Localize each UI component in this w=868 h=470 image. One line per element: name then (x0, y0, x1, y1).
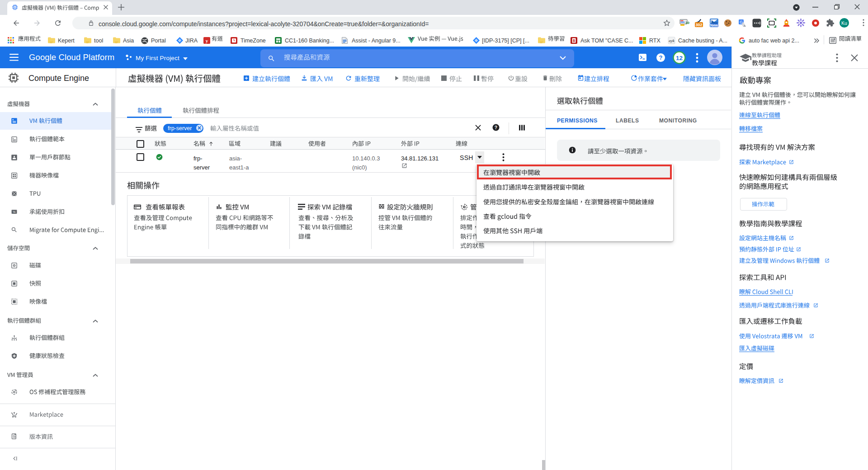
svg-text:ayk: ayk (669, 38, 675, 43)
svg-text:New: New (710, 23, 718, 28)
svg-text:302: 302 (695, 23, 702, 27)
svg-text:y: y (206, 38, 208, 43)
svg-text:8: 8 (573, 38, 575, 43)
svg-text:?: ? (659, 54, 663, 61)
svg-text:10: 10 (685, 21, 689, 25)
svg-text:12: 12 (676, 55, 683, 61)
svg-text:%: % (13, 210, 16, 213)
svg-text:?: ? (495, 125, 497, 130)
svg-text:G: G (740, 20, 743, 24)
svg-text:Ku: Ku (841, 20, 847, 26)
